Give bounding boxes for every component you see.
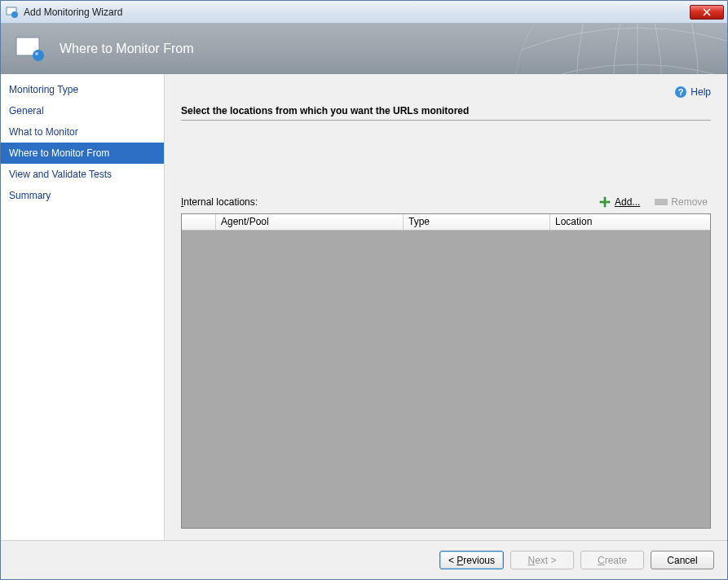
banner-icon (15, 37, 45, 61)
sidebar-item-label: General (9, 105, 44, 116)
column-header-type[interactable]: Type (404, 214, 550, 230)
titlebar: Add Monitoring Wizard (1, 1, 727, 24)
sidebar: Monitoring Type General What to Monitor … (1, 74, 165, 540)
help-row: ? Help (181, 84, 711, 100)
content-pane: ? Help Select the locations from which y… (165, 74, 727, 540)
instruction-text: Select the locations from which you want… (181, 105, 711, 121)
svg-text:?: ? (678, 87, 684, 97)
sidebar-item-label: Monitoring Type (9, 84, 78, 95)
sidebar-item-label: Summary (9, 190, 51, 201)
sidebar-item-where-to-monitor-from[interactable]: Where to Monitor From (1, 143, 164, 164)
cancel-label: Cancel (667, 555, 697, 566)
svg-point-1 (11, 11, 18, 18)
window-title: Add Monitoring Wizard (24, 7, 690, 18)
remove-label: Remove (671, 196, 708, 208)
banner-title: Where to Monitor From (60, 42, 193, 56)
next-button: Next > (510, 551, 574, 569)
minus-icon (655, 199, 668, 205)
sidebar-item-label: Where to Monitor From (9, 147, 109, 159)
sidebar-item-label: View and Validate Tests (9, 169, 112, 180)
column-header-agent-pool[interactable]: Agent/Pool (216, 214, 404, 230)
svg-point-8 (35, 52, 38, 55)
sidebar-item-label: What to Monitor (9, 126, 78, 138)
close-button[interactable] (690, 5, 724, 20)
banner: Where to Monitor From (1, 24, 727, 74)
remove-button: Remove (651, 195, 711, 209)
svg-point-7 (33, 50, 44, 61)
wizard-window: Add Monitoring Wizard (0, 0, 728, 580)
sidebar-item-view-validate-tests[interactable]: View and Validate Tests (1, 164, 164, 185)
globe-decoration (515, 24, 727, 74)
cancel-button[interactable]: Cancel (651, 551, 714, 569)
svg-point-3 (515, 24, 727, 74)
column-header-location[interactable]: Location (550, 214, 710, 230)
add-label: Add... (615, 196, 640, 208)
sidebar-item-monitoring-type[interactable]: Monitoring Type (1, 79, 164, 100)
add-button[interactable]: Add... (595, 194, 643, 210)
previous-button[interactable]: < Previous (439, 551, 504, 569)
sidebar-item-what-to-monitor[interactable]: What to Monitor (1, 121, 164, 143)
table-body-empty (182, 231, 710, 528)
table-header: Agent/Pool Type Location (182, 214, 710, 231)
app-icon (6, 6, 19, 19)
help-icon: ? (674, 86, 687, 99)
create-button: Create (580, 551, 644, 569)
locations-table: Agent/Pool Type Location (181, 213, 711, 529)
help-link[interactable]: Help (690, 86, 711, 98)
footer: < Previous Next > Create Cancel (1, 540, 727, 579)
table-label: Internal locations: (181, 196, 595, 208)
sidebar-item-general[interactable]: General (1, 100, 164, 121)
column-header-blank[interactable] (182, 214, 216, 230)
table-toolbar: Internal locations: Add... Remove (181, 194, 711, 210)
body: Monitoring Type General What to Monitor … (1, 74, 727, 540)
sidebar-item-summary[interactable]: Summary (1, 185, 164, 206)
plus-icon (598, 196, 611, 209)
